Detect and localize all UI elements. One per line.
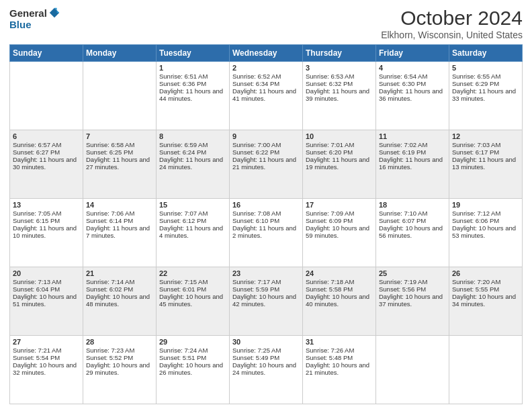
sunset-text: Sunset: 6:29 PM: [452, 80, 519, 87]
sunrise-text: Sunrise: 7:08 AM: [232, 210, 300, 217]
location-title: Elkhorn, Wisconsin, United States: [381, 30, 523, 40]
calendar-cell: [10, 62, 83, 130]
day-number: 20: [13, 269, 80, 277]
daylight-text: Daylight: 10 hours and 59 minutes.: [306, 224, 373, 239]
day-number: 12: [452, 132, 519, 140]
calendar-cell: 23Sunrise: 7:17 AMSunset: 5:59 PMDayligh…: [230, 267, 303, 336]
calendar-cell: 1Sunrise: 6:51 AMSunset: 6:36 PMDaylight…: [157, 62, 230, 130]
sunset-text: Sunset: 5:59 PM: [232, 285, 300, 293]
logo-general-text: General: [9, 7, 47, 19]
day-number: 6: [13, 132, 80, 140]
daylight-text: Daylight: 11 hours and 39 minutes.: [306, 87, 373, 102]
sunset-text: Sunset: 6:12 PM: [159, 217, 226, 224]
calendar-cell: 29Sunrise: 7:24 AMSunset: 5:51 PMDayligh…: [157, 336, 230, 404]
sunrise-text: Sunrise: 7:13 AM: [13, 278, 80, 285]
calendar-cell: [83, 62, 157, 130]
calendar-cell: 31Sunrise: 7:26 AMSunset: 5:48 PMDayligh…: [303, 336, 376, 404]
calendar-cell: 10Sunrise: 7:01 AMSunset: 6:20 PMDayligh…: [303, 130, 376, 199]
calendar-cell: 27Sunrise: 7:21 AMSunset: 5:54 PMDayligh…: [10, 336, 83, 404]
calendar-cell: 26Sunrise: 7:20 AMSunset: 5:55 PMDayligh…: [449, 267, 523, 336]
daylight-text: Daylight: 10 hours and 42 minutes.: [232, 293, 300, 308]
day-number: 11: [379, 132, 446, 140]
sunrise-text: Sunrise: 7:03 AM: [452, 141, 519, 148]
calendar-cell: 8Sunrise: 6:59 AMSunset: 6:24 PMDaylight…: [157, 130, 230, 199]
sunrise-text: Sunrise: 7:17 AM: [232, 278, 300, 285]
calendar-cell: 2Sunrise: 6:52 AMSunset: 6:34 PMDaylight…: [230, 62, 303, 130]
calendar-header-row: SundayMondayTuesdayWednesdayThursdayFrid…: [10, 45, 523, 62]
day-number: 9: [232, 132, 300, 140]
sunrise-text: Sunrise: 6:57 AM: [13, 141, 80, 148]
title-area: October 2024 Elkhorn, Wisconsin, United …: [381, 7, 523, 40]
calendar-week-row: 1Sunrise: 6:51 AMSunset: 6:36 PMDaylight…: [10, 62, 523, 130]
day-number: 4: [379, 64, 446, 72]
daylight-text: Daylight: 10 hours and 48 minutes.: [86, 293, 153, 308]
day-number: 5: [452, 64, 519, 72]
day-number: 24: [306, 269, 373, 277]
sunset-text: Sunset: 6:17 PM: [452, 148, 519, 156]
page: General Blue October 2024 Elkhorn, Wisco…: [0, 0, 532, 411]
daylight-text: Daylight: 11 hours and 36 minutes.: [379, 87, 446, 102]
day-number: 2: [232, 64, 300, 72]
calendar-cell: 12Sunrise: 7:03 AMSunset: 6:17 PMDayligh…: [449, 130, 523, 199]
sunrise-text: Sunrise: 6:58 AM: [86, 141, 153, 148]
daylight-text: Daylight: 10 hours and 56 minutes.: [379, 224, 446, 239]
sunset-text: Sunset: 6:20 PM: [306, 148, 373, 156]
daylight-text: Daylight: 11 hours and 44 minutes.: [159, 87, 226, 102]
sunset-text: Sunset: 6:27 PM: [13, 148, 80, 156]
logo: General: [9, 7, 60, 19]
sunrise-text: Sunrise: 7:25 AM: [232, 347, 300, 354]
daylight-text: Daylight: 10 hours and 37 minutes.: [379, 293, 446, 308]
sunset-text: Sunset: 5:55 PM: [452, 285, 519, 293]
sunrise-text: Sunrise: 6:54 AM: [379, 73, 446, 80]
day-number: 10: [306, 132, 373, 140]
day-number: 31: [306, 338, 373, 346]
daylight-text: Daylight: 11 hours and 41 minutes.: [232, 87, 300, 102]
sunset-text: Sunset: 6:19 PM: [379, 148, 446, 156]
sunset-text: Sunset: 5:51 PM: [159, 354, 226, 361]
sunrise-text: Sunrise: 7:18 AM: [306, 278, 373, 285]
sunset-text: Sunset: 6:34 PM: [232, 80, 300, 87]
weekday-header: Monday: [83, 45, 157, 62]
calendar-cell: 20Sunrise: 7:13 AMSunset: 6:04 PMDayligh…: [10, 267, 83, 336]
day-number: 30: [232, 338, 300, 346]
sunrise-text: Sunrise: 7:01 AM: [306, 141, 373, 148]
sunrise-text: Sunrise: 6:53 AM: [306, 73, 373, 80]
calendar-cell: 15Sunrise: 7:07 AMSunset: 6:12 PMDayligh…: [157, 199, 230, 267]
sunset-text: Sunset: 6:02 PM: [86, 285, 153, 293]
month-title: October 2024: [381, 7, 523, 30]
sunset-text: Sunset: 6:06 PM: [452, 217, 519, 224]
daylight-text: Daylight: 10 hours and 45 minutes.: [159, 293, 226, 308]
sunset-text: Sunset: 6:36 PM: [159, 80, 226, 87]
calendar-cell: [376, 336, 449, 404]
day-number: 23: [232, 269, 300, 277]
daylight-text: Daylight: 10 hours and 24 minutes.: [232, 361, 300, 376]
calendar-cell: 11Sunrise: 7:02 AMSunset: 6:19 PMDayligh…: [376, 130, 449, 199]
sunrise-text: Sunrise: 7:23 AM: [86, 347, 153, 354]
sunrise-text: Sunrise: 7:26 AM: [306, 347, 373, 354]
sunset-text: Sunset: 5:56 PM: [379, 285, 446, 293]
calendar-cell: 7Sunrise: 6:58 AMSunset: 6:25 PMDaylight…: [83, 130, 157, 199]
daylight-text: Daylight: 11 hours and 30 minutes.: [13, 156, 80, 171]
sunrise-text: Sunrise: 7:24 AM: [159, 347, 226, 354]
sunrise-text: Sunrise: 7:07 AM: [159, 210, 226, 217]
sunset-text: Sunset: 6:10 PM: [232, 217, 300, 224]
calendar-cell: 25Sunrise: 7:19 AMSunset: 5:56 PMDayligh…: [376, 267, 449, 336]
daylight-text: Daylight: 11 hours and 13 minutes.: [452, 156, 519, 171]
header: General Blue October 2024 Elkhorn, Wisco…: [9, 7, 523, 40]
daylight-text: Daylight: 10 hours and 51 minutes.: [13, 293, 80, 308]
sunset-text: Sunset: 6:14 PM: [86, 217, 153, 224]
daylight-text: Daylight: 10 hours and 34 minutes.: [452, 293, 519, 308]
sunrise-text: Sunrise: 7:19 AM: [379, 278, 446, 285]
sunrise-text: Sunrise: 7:14 AM: [86, 278, 153, 285]
calendar-table: SundayMondayTuesdayWednesdayThursdayFrid…: [9, 44, 523, 404]
day-number: 27: [13, 338, 80, 346]
daylight-text: Daylight: 10 hours and 32 minutes.: [13, 361, 80, 376]
daylight-text: Daylight: 11 hours and 27 minutes.: [86, 156, 153, 171]
daylight-text: Daylight: 11 hours and 10 minutes.: [13, 224, 80, 239]
logo-area: General Blue: [9, 7, 60, 30]
sunrise-text: Sunrise: 7:21 AM: [13, 347, 80, 354]
daylight-text: Daylight: 10 hours and 26 minutes.: [159, 361, 226, 376]
daylight-text: Daylight: 11 hours and 24 minutes.: [159, 156, 226, 171]
sunset-text: Sunset: 6:01 PM: [159, 285, 226, 293]
sunrise-text: Sunrise: 7:20 AM: [452, 278, 519, 285]
